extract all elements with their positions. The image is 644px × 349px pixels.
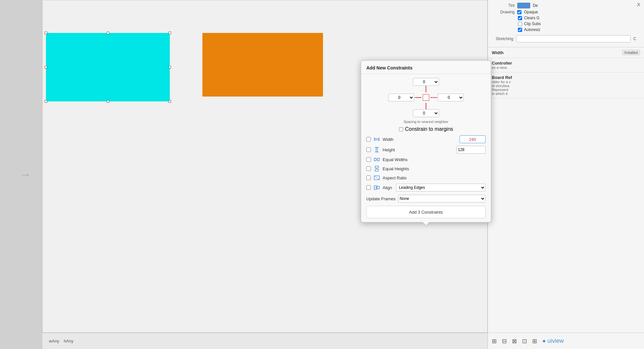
align-option: Align Leading Edges Trailing Edges Top E…: [366, 184, 486, 191]
stretching-c-label: C: [633, 37, 636, 41]
width-installed-section: Width Installed: [488, 47, 644, 58]
svg-rect-9: [375, 166, 378, 168]
handle-mr[interactable]: [168, 66, 171, 68]
spacing-top-row: 0: [413, 78, 439, 92]
center-box: [423, 94, 429, 101]
toolbar-icon-5[interactable]: ⊞: [532, 338, 537, 345]
toolbar-icon-4[interactable]: ⊡: [522, 338, 527, 345]
status-w: wAny: [49, 339, 59, 343]
left-h-line: [415, 97, 421, 98]
clip-subs-row: Clip Subs: [518, 22, 640, 26]
popup-title: Add New Constraints: [361, 61, 491, 74]
aspect-ratio-label: Aspect Ratio: [383, 175, 407, 180]
align-checkbox[interactable]: [366, 185, 371, 190]
equal-widths-label: Equal Widths: [383, 157, 408, 162]
installed-badge: Installed: [622, 50, 640, 55]
handle-tm[interactable]: [107, 32, 109, 34]
aspect-ratio-icon: [373, 174, 380, 181]
height-icon: [373, 146, 380, 153]
bottom-connector-line: [426, 103, 426, 109]
controller-section: Controller es a view.: [488, 58, 644, 72]
cyan-rectangle[interactable]: [46, 33, 170, 101]
toolbar-icon-3[interactable]: ⊠: [512, 338, 517, 345]
handle-tl[interactable]: [45, 32, 47, 34]
constrain-margins-label: Constrain to margins: [405, 126, 453, 132]
clears-row: Clears G: [518, 16, 640, 20]
handle-tr[interactable]: [168, 32, 171, 34]
width-option: Width: [366, 135, 486, 143]
width-checkbox[interactable]: [366, 137, 371, 142]
spacing-bottom-row: 0: [413, 103, 439, 117]
equal-widths-icon: [373, 156, 380, 163]
svg-rect-0: [374, 139, 379, 140]
spacing-top-input[interactable]: 0: [413, 78, 439, 86]
close-button[interactable]: X: [637, 2, 640, 7]
autoresize-row: Autoresiz: [518, 27, 640, 32]
storyboard-section: Board Ref older for a v al storyboa Repr…: [488, 72, 644, 99]
handle-bm[interactable]: [107, 100, 109, 103]
tint-swatch[interactable]: [517, 3, 530, 8]
spacing-label: Spacing to nearest neighbor: [366, 120, 486, 124]
autoresize-checkbox[interactable]: [518, 28, 522, 32]
svg-line-13: [374, 176, 379, 180]
equal-heights-option: Equal Heights: [366, 165, 486, 172]
constrain-margins-row: Constrain to margins: [366, 126, 486, 132]
spacing-middle-row: 0 0: [388, 94, 464, 101]
equal-heights-checkbox[interactable]: [366, 166, 371, 171]
svg-rect-7: [377, 158, 379, 161]
opaque-checkbox[interactable]: [517, 10, 521, 14]
clip-subs-checkbox[interactable]: [518, 22, 522, 26]
constraints-popup: Add New Constraints 0: [361, 60, 491, 222]
top-connector-line: [426, 86, 426, 92]
align-icon: [373, 184, 380, 191]
height-value-dropdown[interactable]: 128: [456, 146, 486, 154]
stretching-label: Stretching: [496, 37, 513, 41]
toolbar-icon-2[interactable]: ⊟: [502, 338, 507, 345]
right-h-line: [431, 97, 437, 98]
spacing-right-input[interactable]: 0: [438, 94, 464, 101]
de-label: De: [533, 3, 538, 8]
width-value-input[interactable]: [460, 135, 486, 143]
spacing-bottom-input[interactable]: 0: [413, 109, 439, 117]
clip-subs-label: Clip Subs: [524, 22, 541, 26]
height-option: Height 128: [366, 146, 486, 154]
aspect-ratio-checkbox[interactable]: [366, 175, 371, 180]
add-constraints-button[interactable]: Add 3 Constraints: [366, 206, 486, 218]
orange-rectangle[interactable]: [202, 33, 323, 97]
autoresize-label: Autoresiz: [524, 27, 540, 32]
status-h: hAny: [64, 339, 74, 343]
svg-rect-6: [374, 158, 376, 161]
represent-label: Represent: [492, 88, 640, 92]
align-dropdown[interactable]: Leading Edges Trailing Edges Top Edges B…: [396, 184, 486, 191]
spacing-left-input[interactable]: 0: [388, 94, 414, 101]
popup-body: 0 0: [361, 74, 491, 222]
right-panel: Add New Constraints 0: [488, 0, 644, 349]
handle-bl[interactable]: [45, 100, 47, 103]
equal-widths-option: Equal Widths: [366, 156, 486, 163]
equal-heights-icon: [373, 165, 380, 172]
clears-checkbox[interactable]: [518, 16, 522, 20]
update-frames-label: Update Frames: [366, 196, 396, 201]
controller-title: Controller: [492, 61, 640, 66]
spacing-widget: 0 0: [366, 78, 486, 117]
aspect-ratio-option: Aspect Ratio: [366, 174, 486, 181]
tint-label: Tint: [492, 3, 515, 8]
handle-ml[interactable]: [45, 66, 47, 68]
stretching-field: [516, 35, 631, 42]
height-label: Height: [383, 147, 395, 152]
in-which-label: in which it: [492, 92, 640, 96]
equal-widths-checkbox[interactable]: [366, 157, 371, 162]
handle-br[interactable]: [168, 100, 171, 103]
update-frames-row: Update Frames None Items of New Constrai…: [366, 195, 486, 203]
svg-rect-3: [376, 147, 377, 152]
equal-heights-label: Equal Heights: [383, 166, 409, 171]
toolbar-icon-1[interactable]: ⊞: [492, 338, 497, 345]
svg-rect-15: [377, 186, 379, 189]
height-checkbox[interactable]: [366, 147, 371, 152]
arrow-indicator: →: [20, 168, 31, 181]
constrain-margins-checkbox[interactable]: [399, 127, 403, 131]
storyboard-title: Board Ref: [492, 75, 640, 80]
update-frames-dropdown[interactable]: None Items of New Constraints All Frames…: [398, 195, 486, 203]
popup-triangle: [422, 222, 430, 226]
toolbar-icon-uiview[interactable]: ● uiview: [542, 338, 564, 344]
